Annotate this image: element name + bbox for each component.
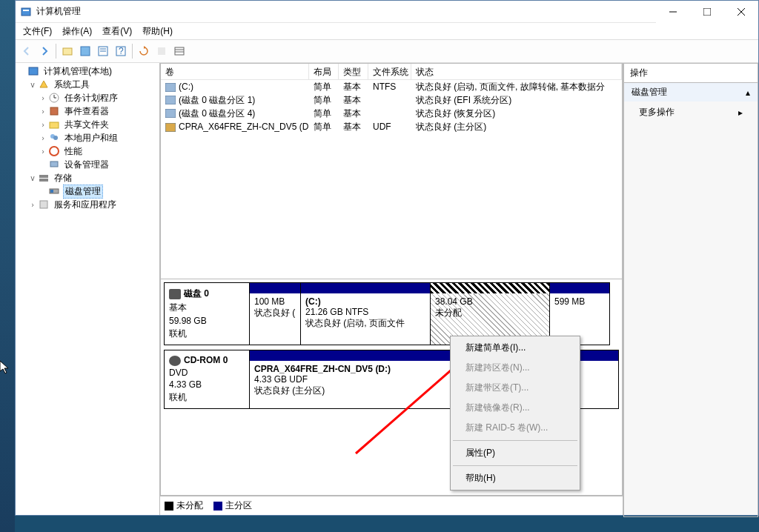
computer-management-window: 计算机管理 文件(F) 操作(A) 查看(V) 帮助(H) ? 计算机管理(本地… (15, 0, 759, 516)
disk-icon (169, 289, 181, 299)
maximize-button[interactable] (690, 1, 724, 23)
disk0-partition-0[interactable]: 100 MB状态良好 ( (249, 282, 301, 345)
collapse-icon: ▴ (746, 87, 750, 98)
volume-row[interactable]: (磁盘 0 磁盘分区 4)简单基本状态良好 (恢复分区) (161, 107, 622, 120)
navigation-tree[interactable]: 计算机管理(本地) v系统工具 ›任务计划程序 ›事件查看器 ›共享文件夹 ›本… (16, 63, 160, 515)
properties-button[interactable] (95, 43, 111, 59)
list-view-button[interactable] (171, 43, 188, 59)
ctx-help[interactable]: 帮助(H) (452, 468, 578, 488)
ctx-new-striped-volume: 新建带区卷(T)... (452, 378, 578, 398)
svg-rect-1 (23, 10, 29, 11)
volume-row[interactable]: CPRA_X64FRE_ZH-CN_DV5 (D:)简单基本UDF状态良好 (主… (161, 120, 622, 133)
show-hide-tree-button[interactable] (77, 43, 93, 59)
header-status[interactable]: 状态 (411, 64, 622, 79)
disk0-partition-1[interactable]: (C:)21.26 GB NTFS状态良好 (启动, 页面文件 (300, 282, 431, 345)
actions-panel: 操作 磁盘管理▴ 更多操作▸ (623, 63, 758, 515)
svg-rect-6 (63, 48, 72, 55)
svg-rect-32 (165, 83, 176, 92)
list-header: 卷 布局 类型 文件系统 状态 (161, 64, 622, 80)
svg-rect-33 (165, 96, 176, 104)
export-button (153, 43, 170, 59)
close-button[interactable] (724, 1, 758, 23)
volume-row[interactable]: (C:)简单基本NTFS状态良好 (启动, 页面文件, 故障转储, 基本数据分 (161, 80, 622, 93)
mouse-cursor (0, 361, 12, 376)
svg-rect-14 (175, 47, 184, 55)
svg-rect-30 (50, 190, 53, 193)
menu-view[interactable]: 查看(V) (98, 24, 136, 39)
legend-primary-swatch (213, 502, 222, 511)
tree-device-manager[interactable]: 设备管理器 (38, 158, 158, 171)
tree-disk-management[interactable]: 磁盘管理 (38, 184, 158, 198)
menu-help[interactable]: 帮助(H) (138, 24, 177, 39)
menu-action[interactable]: 操作(A) (58, 24, 96, 39)
window-title: 计算机管理 (36, 5, 656, 18)
svg-rect-0 (21, 8, 30, 16)
svg-rect-3 (703, 8, 711, 16)
svg-rect-31 (40, 201, 47, 208)
forward-button[interactable] (36, 43, 53, 59)
refresh-button[interactable] (136, 43, 152, 59)
cdrom-icon (169, 356, 181, 366)
tree-performance[interactable]: ›性能 (38, 144, 158, 158)
header-volume[interactable]: 卷 (161, 64, 309, 79)
svg-rect-26 (50, 162, 58, 167)
ctx-new-simple-volume[interactable]: 新建简单卷(I)... (452, 338, 578, 358)
back-button (19, 43, 35, 59)
context-menu: 新建简单卷(I)... 新建跨区卷(N)... 新建带区卷(T)... 新建镜像… (450, 336, 580, 491)
menubar: 文件(F) 操作(A) 查看(V) 帮助(H) (16, 23, 758, 39)
legend: 未分配 主分区 (160, 496, 623, 515)
titlebar: 计算机管理 (16, 1, 758, 23)
header-layout[interactable]: 布局 (309, 64, 339, 79)
app-icon (20, 6, 32, 18)
ctx-new-raid5-volume: 新建 RAID-5 卷(W)... (452, 418, 578, 438)
ctx-new-spanned-volume: 新建跨区卷(N)... (452, 358, 578, 378)
actions-header: 操作 (623, 63, 758, 83)
tree-event-viewer[interactable]: ›事件查看器 (38, 104, 158, 118)
svg-rect-34 (165, 109, 176, 118)
tree-shared-folders[interactable]: ›共享文件夹 (38, 118, 158, 131)
svg-text:?: ? (119, 46, 124, 56)
svg-rect-28 (39, 179, 48, 182)
legend-unallocated-swatch (165, 502, 173, 511)
menu-file[interactable]: 文件(F) (19, 24, 56, 39)
tree-root[interactable]: 计算机管理(本地) (17, 64, 158, 78)
cdrom-0-info[interactable]: CD-ROM 0 DVD 4.33 GB 联机 (164, 350, 250, 409)
chevron-right-icon: ▸ (738, 107, 743, 118)
actions-group-disk-management[interactable]: 磁盘管理▴ (624, 83, 758, 102)
svg-rect-17 (29, 67, 38, 75)
svg-point-25 (50, 147, 59, 156)
ctx-new-mirrored-volume: 新建镜像卷(R)... (452, 398, 578, 418)
svg-rect-21 (50, 107, 58, 115)
ctx-properties[interactable]: 属性(P) (452, 443, 578, 463)
toolbar: ? (16, 39, 758, 63)
svg-rect-7 (81, 47, 90, 56)
tree-services-apps[interactable]: ›服务和应用程序 (27, 198, 158, 211)
tree-storage[interactable]: v存储 (27, 171, 158, 184)
svg-rect-13 (158, 47, 165, 55)
tree-system-tools[interactable]: v系统工具 (27, 78, 158, 91)
minimize-button[interactable] (656, 1, 690, 23)
tree-local-users[interactable]: ›本地用户和组 (38, 131, 158, 144)
svg-rect-22 (50, 122, 59, 128)
actions-more[interactable]: 更多操作▸ (624, 102, 758, 123)
svg-rect-27 (39, 175, 48, 178)
header-filesystem[interactable]: 文件系统 (368, 64, 411, 79)
header-type[interactable]: 类型 (339, 64, 368, 79)
svg-rect-35 (165, 123, 176, 132)
tree-task-scheduler[interactable]: ›任务计划程序 (38, 91, 158, 104)
disk-0-info[interactable]: 磁盘 0 基本 59.98 GB 联机 (164, 282, 250, 345)
help-toolbar-button[interactable]: ? (113, 43, 129, 59)
volume-list[interactable]: 卷 布局 类型 文件系统 状态 (C:)简单基本NTFS状态良好 (启动, 页面… (160, 63, 623, 279)
volume-row[interactable]: (磁盘 0 磁盘分区 1)简单基本状态良好 (EFI 系统分区) (161, 93, 622, 107)
svg-point-24 (53, 136, 58, 140)
up-button[interactable] (59, 43, 76, 59)
